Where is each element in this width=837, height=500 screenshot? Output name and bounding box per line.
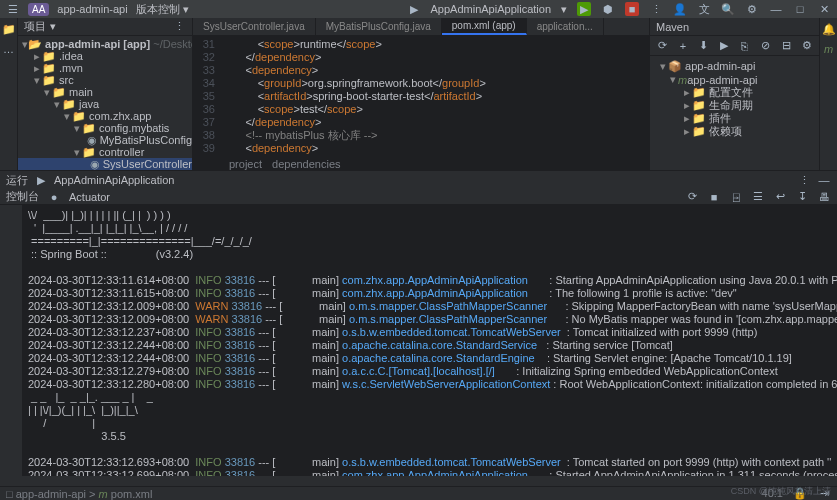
generate-icon[interactable]: + (677, 39, 690, 53)
maven-panel: Maven ⟳ + ⬇ ▶ ⎘ ⊘ ⊟ ⚙ ▾📦 app-admin-api▾m… (649, 18, 819, 170)
maven-title: Maven (656, 21, 689, 33)
console-gutter (0, 205, 22, 476)
collapse-icon[interactable]: ⊟ (780, 39, 793, 53)
filter-icon[interactable]: ☰ (751, 190, 765, 204)
stop-button[interactable]: ■ (625, 2, 639, 16)
project-tree[interactable]: ▾📂 app-admin-api [app] ~/Desktop/app ▸📁 … (18, 36, 192, 170)
menu-icon[interactable]: ☰ (6, 2, 20, 16)
soft-wrap-icon[interactable]: ↩ (773, 190, 787, 204)
run-button[interactable]: ▶ (577, 2, 591, 16)
console-output[interactable]: \\/ ___)| |_)| | | | | || (_| | ) ) ) ) … (22, 205, 837, 476)
panel-more-icon[interactable]: ⋮ (172, 20, 186, 34)
structure-tool-icon[interactable]: … (2, 42, 16, 56)
toggle-icon[interactable]: ⎘ (739, 39, 752, 53)
project-panel: 项目 ▾ ⋮ ▾📂 app-admin-api [app] ~/Desktop/… (18, 18, 193, 170)
editor-tab[interactable]: pom.xml (app) (442, 18, 527, 35)
status-indent-icon[interactable]: ⇥ (817, 487, 831, 501)
titlebar: ☰ AA app-admin-api 版本控制 ▾ ▶ AppAdminApiA… (0, 0, 837, 18)
download-icon[interactable]: ⬇ (697, 39, 710, 53)
rerun-icon[interactable]: ⟳ (685, 190, 699, 204)
project-panel-title: 项目 (24, 19, 46, 34)
search-icon[interactable]: 🔍 (721, 2, 735, 16)
tree-row[interactable]: ▾📁 config.mybatis (18, 122, 192, 134)
account-icon[interactable]: 👤 (673, 2, 687, 16)
maven-row[interactable]: ▸📁 生命周期 (654, 99, 815, 112)
skip-icon[interactable]: ⊘ (759, 39, 772, 53)
settings-maven-icon[interactable]: ⚙ (800, 39, 813, 53)
project-badge[interactable]: AA (28, 3, 49, 16)
minimize-icon[interactable]: — (769, 2, 783, 16)
run-config-chevron-icon[interactable]: ▾ (561, 3, 567, 16)
left-toolbar: 📁 … (0, 18, 18, 170)
run-config-name[interactable]: AppAdminApiApplication (431, 3, 551, 15)
tree-row[interactable]: ▾📁 java (18, 98, 192, 110)
editor-tabs: SysUserController.javaMyBatisPlusConfig.… (193, 18, 649, 36)
print-icon[interactable]: 🖶 (817, 190, 831, 204)
tree-row[interactable]: ▸📁 .mvn (18, 62, 192, 74)
translate-icon[interactable]: 文 (697, 2, 711, 16)
stop-run-icon[interactable]: ■ (707, 190, 721, 204)
more-icon[interactable]: ⋮ (649, 2, 663, 16)
right-toolbar: 🔔 m (819, 18, 837, 170)
maven-row[interactable]: ▾📦 app-admin-api (654, 60, 815, 73)
maven-toolbar: ⟳ + ⬇ ▶ ⎘ ⊘ ⊟ ⚙ (650, 36, 819, 56)
tree-row[interactable]: ▾📁 main (18, 86, 192, 98)
caret-position[interactable]: 40:1 (762, 487, 783, 501)
run-panel: 运行 ▶ AppAdminApiApplication ⋮ — 控制台 ● Ac… (0, 170, 837, 476)
tree-row[interactable]: ◉ SysUserController (18, 158, 192, 170)
maven-row[interactable]: ▸📁 依赖项 (654, 125, 815, 138)
run-maven-icon[interactable]: ▶ (718, 39, 731, 53)
exit-icon[interactable]: ⍈ (729, 190, 743, 204)
maven-tree[interactable]: ▾📦 app-admin-api▾m app-admin-api▸📁 配置文件▸… (650, 56, 819, 142)
breadcrumb-item[interactable]: dependencies (272, 158, 341, 170)
tree-row[interactable]: ◉ MyBatisPlusConfig (18, 134, 192, 146)
project-tool-icon[interactable]: 📁 (2, 22, 16, 36)
project-name[interactable]: app-admin-api (57, 3, 127, 15)
status-path[interactable]: □ app-admin-api > m pom.xml (6, 488, 152, 500)
console-tab[interactable]: 控制台 (6, 189, 39, 204)
scroll-icon[interactable]: ↧ (795, 190, 809, 204)
tree-row[interactable]: ▾📁 com.zhx.app (18, 110, 192, 122)
run-config-icon: ▶ (407, 2, 421, 16)
run-small-icon: ▶ (34, 173, 48, 187)
close-icon[interactable]: ✕ (817, 2, 831, 16)
breadcrumb-item[interactable]: project (229, 158, 262, 170)
tree-root[interactable]: ▾📂 app-admin-api [app] ~/Desktop/app (18, 38, 192, 50)
editor-tab[interactable]: MyBatisPlusConfig.java (316, 18, 442, 35)
breadcrumb: project dependencies (193, 156, 649, 170)
actuator-tab[interactable]: Actuator (69, 191, 110, 203)
tree-row[interactable]: ▸📁 .idea (18, 50, 192, 62)
status-lock-icon[interactable]: 🔒 (793, 487, 807, 501)
reload-icon[interactable]: ⟳ (656, 39, 669, 53)
editor-tab[interactable]: SysUserController.java (193, 18, 316, 35)
settings-icon[interactable]: ⚙ (745, 2, 759, 16)
gutter: 31 32 33 34 35 36 37 38 39 (193, 36, 221, 156)
run-hide-icon[interactable]: — (817, 173, 831, 187)
run-tab-label[interactable]: 运行 (6, 173, 28, 188)
maximize-icon[interactable]: □ (793, 2, 807, 16)
tree-row[interactable]: ▾📁 controller (18, 146, 192, 158)
notifications-icon[interactable]: 🔔 (822, 22, 836, 36)
code-lines[interactable]: <scope>runtime</scope> </dependency> <de… (221, 36, 649, 156)
run-more-icon[interactable]: ⋮ (797, 173, 811, 187)
branch-dropdown[interactable]: 版本控制 ▾ (136, 2, 189, 17)
editor-tab[interactable]: application... (527, 18, 604, 35)
editor-area: SysUserController.javaMyBatisPlusConfig.… (193, 18, 649, 170)
panel-chevron-icon[interactable]: ▾ (50, 20, 56, 33)
actuator-icon: ● (47, 190, 61, 204)
tree-row[interactable]: ▾📁 src (18, 74, 192, 86)
maven-tool-icon[interactable]: m (822, 42, 836, 56)
run-config-label[interactable]: AppAdminApiApplication (54, 174, 174, 186)
debug-button[interactable]: ⬢ (601, 2, 615, 16)
statusbar: □ app-admin-api > m pom.xml 40:1 🔒 ⇥ (0, 486, 837, 500)
